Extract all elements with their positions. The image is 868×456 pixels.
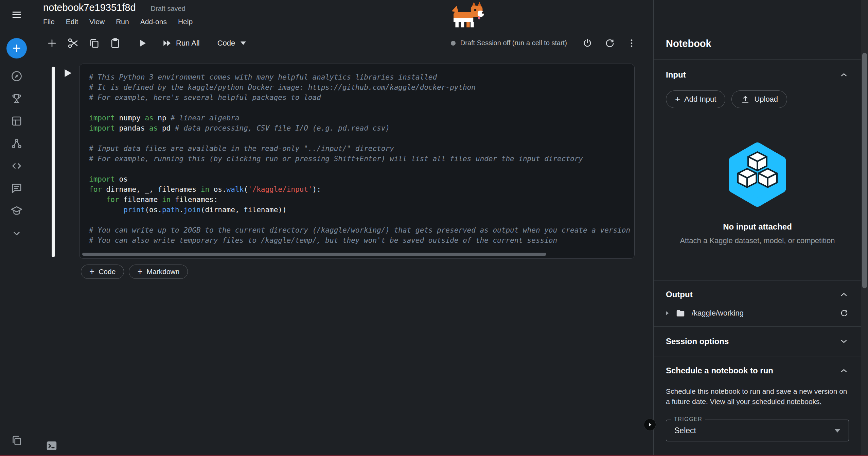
panel-title: Notebook — [654, 0, 861, 49]
corgi-pet-image — [447, 1, 487, 29]
page-scrollbar[interactable] — [861, 0, 868, 456]
add-cell-icon[interactable] — [41, 36, 63, 51]
trigger-select-value: Select — [674, 426, 696, 435]
trigger-select-label: TRIGGER — [671, 416, 705, 422]
plus-icon: + — [137, 267, 142, 276]
input-section-title: Input — [666, 70, 686, 80]
notebook-side-panel: Notebook Input + Add Input Upload — [653, 0, 861, 456]
kaggle-datasets-icon — [654, 141, 861, 208]
create-button[interactable]: + — [6, 38, 27, 58]
copy-pages-icon[interactable] — [10, 434, 23, 447]
refresh-output-icon[interactable] — [839, 308, 849, 318]
power-icon[interactable] — [580, 36, 595, 51]
session-options-title: Session options — [666, 337, 729, 346]
scheduled-notebooks-link[interactable]: View all your scheduled notebooks. — [710, 398, 822, 405]
select-caret-icon — [834, 429, 840, 433]
cell-horizontal-scrollbar[interactable] — [82, 253, 546, 256]
notebook-title[interactable]: notebook7e19351f8d — [43, 2, 136, 13]
sidebar-item-explore[interactable] — [10, 69, 23, 83]
menu-run[interactable]: Run — [116, 18, 129, 26]
sidebar-item-more-chevron-down-icon[interactable] — [10, 226, 23, 240]
page-scrollbar-thumb[interactable] — [862, 53, 867, 288]
output-path: /kaggle/working — [692, 309, 744, 318]
input-section-header[interactable]: Input — [654, 60, 861, 90]
notebook-toolbar: Run All Code Draft Session off (run a ce… — [33, 32, 653, 54]
sidebar-item-learn[interactable] — [10, 204, 23, 218]
plus-icon: + — [675, 95, 680, 103]
plus-icon: + — [89, 267, 94, 276]
menu-view[interactable]: View — [89, 18, 105, 26]
chevron-up-icon — [839, 366, 849, 376]
session-status-dot — [451, 41, 456, 46]
sidebar-item-discussions[interactable] — [10, 182, 23, 195]
sidebar-item-competitions[interactable] — [10, 92, 23, 105]
paste-cell-icon[interactable] — [105, 36, 126, 51]
session-options-header[interactable]: Session options — [654, 327, 861, 356]
output-folder-row[interactable]: /kaggle/working — [654, 308, 861, 326]
fast-forward-icon — [162, 38, 173, 49]
console-icon[interactable] — [45, 439, 58, 452]
menu-edit[interactable]: Edit — [66, 18, 78, 26]
sidebar-item-models[interactable] — [10, 137, 23, 150]
output-section-title: Output — [666, 290, 693, 299]
more-options-kebab-icon[interactable] — [625, 36, 638, 51]
no-input-subtitle: Attach a Kaggle dataset, model, or compe… — [654, 236, 861, 245]
run-this-cell-button[interactable] — [62, 67, 73, 79]
menu-file[interactable]: File — [43, 18, 55, 26]
cut-cell-icon[interactable] — [63, 36, 84, 51]
add-markdown-label: Markdown — [147, 268, 180, 276]
upload-label: Upload — [754, 95, 778, 104]
session-status: Draft Session off (run a cell to start) — [451, 39, 567, 47]
sidebar-item-code[interactable] — [10, 159, 23, 173]
add-input-label: Add Input — [684, 95, 716, 104]
upload-icon — [741, 95, 750, 104]
left-sidebar: + — [0, 0, 33, 456]
chevron-up-icon — [839, 289, 849, 300]
add-markdown-cell-button[interactable]: + Markdown — [129, 265, 188, 279]
draft-status: Draft saved — [151, 5, 185, 13]
run-cell-icon[interactable] — [132, 36, 153, 51]
plus-icon: + — [13, 41, 21, 55]
collapse-panel-button[interactable] — [644, 419, 656, 430]
add-code-label: Code — [99, 268, 116, 276]
chevron-down-icon — [839, 336, 849, 347]
add-code-cell-button[interactable]: + Code — [81, 265, 124, 279]
session-status-text: Draft Session off (run a cell to start) — [460, 39, 567, 47]
code-cell[interactable]: # This Python 3 environment comes with m… — [79, 64, 635, 259]
hamburger-menu-icon[interactable] — [11, 10, 22, 20]
sidebar-nav — [10, 69, 23, 240]
code-lines[interactable]: # This Python 3 environment comes with m… — [79, 64, 634, 246]
copy-cell-icon[interactable] — [84, 36, 105, 51]
run-all-button[interactable]: Run All — [162, 38, 200, 49]
menu-add-ons[interactable]: Add-ons — [140, 18, 167, 26]
run-all-label: Run All — [176, 39, 200, 48]
sidebar-item-datasets[interactable] — [10, 114, 23, 128]
cell-type-dropdown[interactable]: Code — [217, 39, 246, 48]
schedule-description: Schedule this notebook to run and save a… — [654, 385, 861, 407]
menu-bar: File Edit View Run Add-ons Help — [43, 18, 193, 26]
chevron-down-icon — [241, 41, 246, 45]
menu-help[interactable]: Help — [178, 18, 193, 26]
schedule-section-title: Schedule a notebook to run — [666, 366, 773, 375]
cell-type-value: Code — [217, 39, 235, 48]
folder-icon — [675, 308, 686, 318]
cell-focus-indicator — [52, 67, 55, 257]
restart-session-icon[interactable] — [602, 36, 617, 51]
schedule-section-header[interactable]: Schedule a notebook to run — [654, 356, 861, 385]
no-input-title: No input attached — [654, 222, 861, 232]
add-input-button[interactable]: + Add Input — [666, 90, 725, 108]
chevron-up-icon — [839, 70, 849, 80]
caret-right-icon[interactable] — [664, 310, 671, 317]
upload-button[interactable]: Upload — [731, 90, 787, 108]
trigger-select[interactable]: TRIGGER Select — [666, 420, 849, 441]
output-section-header[interactable]: Output — [654, 281, 861, 308]
input-empty-state: No input attached Attach a Kaggle datase… — [654, 141, 861, 245]
